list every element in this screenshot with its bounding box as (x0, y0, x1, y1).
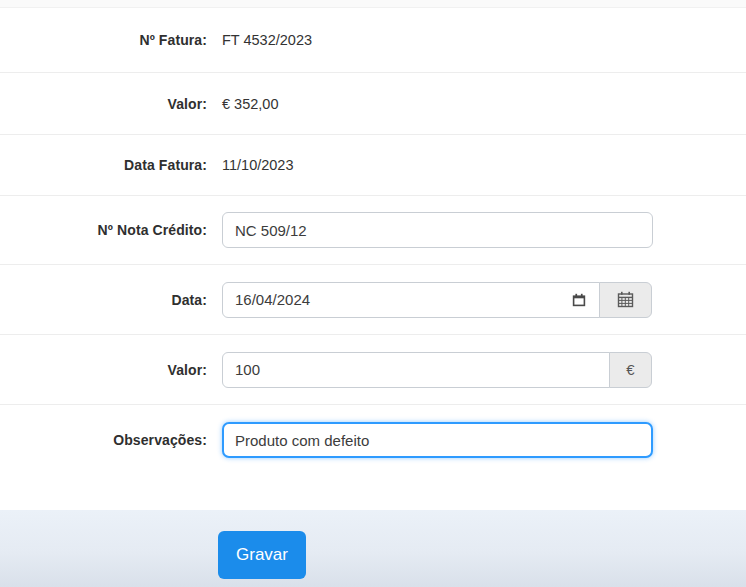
save-button[interactable]: Gravar (218, 531, 306, 579)
invoice-date-label: Data Fatura: (0, 157, 207, 173)
credit-note-number-input[interactable] (222, 212, 653, 248)
euro-addon: € (609, 352, 652, 388)
date-input-group (222, 282, 652, 318)
credit-note-amount-label: Valor: (0, 362, 207, 378)
credit-note-amount-input[interactable] (222, 352, 610, 388)
credit-note-form-page: Nº Fatura: FT 4532/2023 Valor: € 352,00 … (0, 0, 746, 587)
invoice-number-value: FT 4532/2023 (222, 32, 312, 48)
euro-symbol: € (626, 361, 634, 378)
row-credit-note-amount: Valor: € (0, 335, 746, 405)
top-strip-divider (0, 0, 746, 8)
invoice-number-label: Nº Fatura: (0, 32, 207, 48)
row-observations: Observações: (0, 405, 746, 475)
observations-input[interactable] (222, 422, 653, 458)
row-invoice-number: Nº Fatura: FT 4532/2023 (0, 8, 746, 73)
observations-label: Observações: (0, 432, 207, 448)
form-footer: Gravar (0, 510, 746, 587)
credit-note-date-label: Data: (0, 292, 207, 308)
credit-note-number-label: Nº Nota Crédito: (0, 222, 207, 238)
calendar-icon (617, 291, 634, 308)
credit-note-date-input[interactable] (222, 282, 600, 318)
calendar-picker-button[interactable] (599, 282, 652, 318)
invoice-amount-label: Valor: (0, 96, 207, 112)
row-invoice-amount: Valor: € 352,00 (0, 73, 746, 135)
spacer (0, 475, 746, 510)
row-credit-note-number: Nº Nota Crédito: (0, 196, 746, 265)
row-invoice-date: Data Fatura: 11/10/2023 (0, 135, 746, 196)
invoice-date-value: 11/10/2023 (222, 157, 294, 173)
invoice-amount-value: € 352,00 (222, 96, 278, 112)
row-credit-note-date: Data: (0, 265, 746, 335)
amount-input-group: € (222, 352, 652, 388)
